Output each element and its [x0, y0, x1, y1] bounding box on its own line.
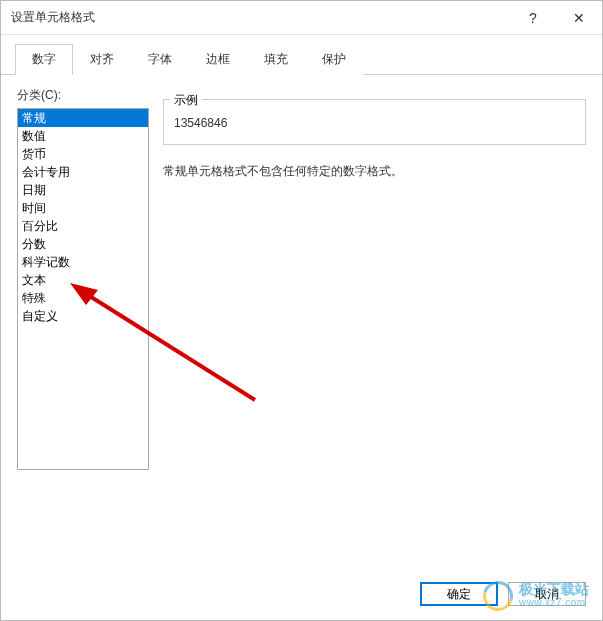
content-row: 分类(C): 常规 数值 货币 会计专用 日期 时间 百分比 分数 科学记数 文…: [17, 87, 586, 562]
list-item[interactable]: 常规: [18, 109, 148, 127]
list-item[interactable]: 时间: [18, 199, 148, 217]
list-item[interactable]: 会计专用: [18, 163, 148, 181]
titlebar-buttons: ? ✕: [510, 1, 602, 34]
dialog-footer: 确定 取消: [1, 572, 602, 620]
tab-alignment[interactable]: 对齐: [73, 44, 131, 75]
cancel-button[interactable]: 取消: [508, 582, 586, 606]
sample-label: 示例: [170, 92, 202, 109]
category-column: 分类(C): 常规 数值 货币 会计专用 日期 时间 百分比 分数 科学记数 文…: [17, 87, 149, 562]
list-item[interactable]: 科学记数: [18, 253, 148, 271]
close-button[interactable]: ✕: [556, 1, 602, 34]
list-item[interactable]: 数值: [18, 127, 148, 145]
list-item[interactable]: 自定义: [18, 307, 148, 325]
detail-column: 示例 13546846 常规单元格格式不包含任何特定的数字格式。: [163, 87, 586, 562]
list-item[interactable]: 特殊: [18, 289, 148, 307]
list-item[interactable]: 货币: [18, 145, 148, 163]
tabs: 数字 对齐 字体 边框 填充 保护: [1, 35, 602, 75]
dialog-body: 分类(C): 常规 数值 货币 会计专用 日期 时间 百分比 分数 科学记数 文…: [1, 75, 602, 572]
dialog-window: 设置单元格格式 ? ✕ 数字 对齐 字体 边框 填充 保护 分类(C): 常规 …: [0, 0, 603, 621]
tab-font[interactable]: 字体: [131, 44, 189, 75]
tab-protection[interactable]: 保护: [305, 44, 363, 75]
list-item[interactable]: 日期: [18, 181, 148, 199]
category-label: 分类(C):: [17, 87, 149, 104]
titlebar: 设置单元格格式 ? ✕: [1, 1, 602, 35]
list-item[interactable]: 分数: [18, 235, 148, 253]
tab-border[interactable]: 边框: [189, 44, 247, 75]
help-button[interactable]: ?: [510, 1, 556, 34]
window-title: 设置单元格格式: [11, 9, 510, 26]
category-listbox[interactable]: 常规 数值 货币 会计专用 日期 时间 百分比 分数 科学记数 文本 特殊 自定…: [17, 108, 149, 470]
sample-value: 13546846: [174, 116, 227, 130]
format-description: 常规单元格格式不包含任何特定的数字格式。: [163, 163, 586, 180]
tab-fill[interactable]: 填充: [247, 44, 305, 75]
sample-box: 示例 13546846: [163, 99, 586, 145]
list-item[interactable]: 文本: [18, 271, 148, 289]
ok-button[interactable]: 确定: [420, 582, 498, 606]
list-item[interactable]: 百分比: [18, 217, 148, 235]
tab-number[interactable]: 数字: [15, 44, 73, 75]
